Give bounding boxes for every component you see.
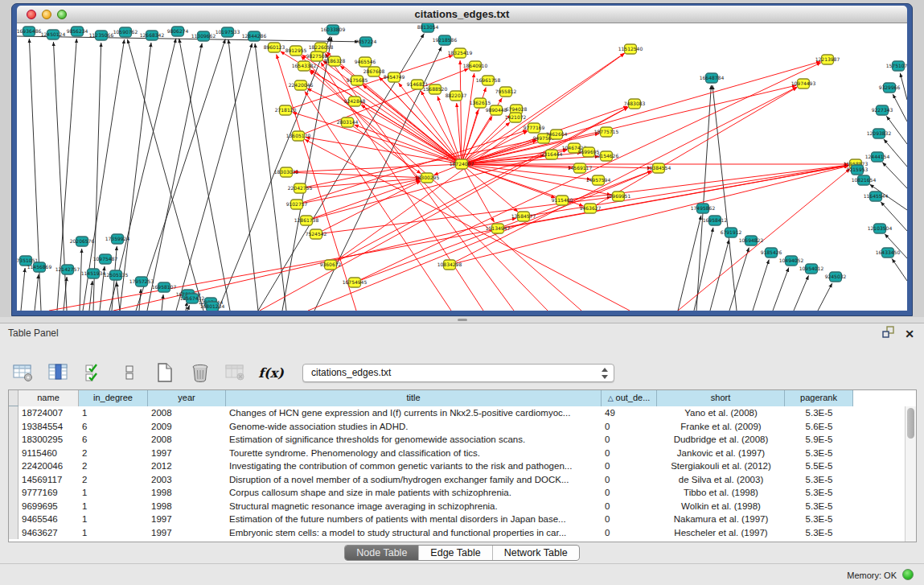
graph-node[interactable]: 7483083 [624,99,646,109]
table-row[interactable]: 1456911722003Disruption of a novel membe… [9,473,905,487]
graph-node[interactable]: 8822037 [446,91,467,101]
graph-node[interactable]: 2803144 [337,117,359,127]
graph-node[interactable]: 10969951 [606,192,631,201]
close-window-button[interactable] [27,10,36,19]
float-panel-icon[interactable] [882,326,895,341]
graph-node[interactable]: 12505135 [104,270,129,280]
table-settings-button[interactable] [11,360,35,385]
window-titlebar[interactable]: citations_edges.txt [17,6,907,23]
graph-node[interactable]: 12444154 [865,152,890,162]
graph-node[interactable]: 15751074 [886,61,907,71]
table-row[interactable]: 1938455462009Genome-wide association stu… [9,420,905,434]
graph-node[interactable]: 2867608 [363,67,385,76]
graph-node[interactable]: 14957594 [586,175,611,185]
graph-node[interactable]: 10197533 [216,27,240,37]
graph-node[interactable]: 16958412 [703,216,728,225]
graph-node[interactable]: 16033809 [321,25,346,35]
column-header-in_degree[interactable]: in_degree [79,390,148,406]
graph-node[interactable]: 9115460 [552,196,573,205]
table-row[interactable]: 946554611997Estimation of the future num… [9,513,905,526]
minimize-window-button[interactable] [42,10,51,19]
graph-node[interactable]: 10974493 [791,79,816,89]
graph-node[interactable]: 16958107 [152,282,177,292]
graph-node[interactable]: 9856234 [67,27,88,36]
graph-node[interactable]: 12093832 [867,129,892,138]
graph-node[interactable]: 11235066 [89,31,114,40]
graph-node[interactable]: 9465546 [355,57,376,67]
graph-node[interactable]: 9242848 [344,97,366,106]
table-row[interactable]: 977716911998Corpus callosum shape and si… [9,486,905,500]
graph-node[interactable]: 6791912 [721,228,742,237]
network-view-canvas[interactable]: 1872400789601238912955182260589827508165… [17,23,907,311]
create-column-button[interactable] [153,360,177,385]
graph-node[interactable]: 12213987 [815,55,840,64]
scrollbar-thumb[interactable] [907,408,914,439]
graph-node[interactable]: 17495862 [691,204,716,213]
table-row[interactable]: 1830029562008Estimation of significance … [9,433,905,447]
tab-node-table[interactable]: Node Table [345,546,419,560]
graph-node[interactable]: 14569117 [568,163,593,173]
split-pane-divider[interactable] [0,317,924,323]
graph-node[interactable]: 16801234 [200,302,225,311]
graph-node[interactable]: 16936486 [17,27,41,36]
table-row[interactable]: 2242004622012Investigating the contribut… [9,459,905,473]
graph-node[interactable]: 8186328 [324,56,346,66]
graph-node[interactable]: 10975487 [93,254,118,264]
table-row[interactable]: 969969511998Structural magnetic resonanc… [9,500,905,513]
graph-node[interactable]: 11451934 [81,269,106,278]
graph-node[interactable]: 18325419 [448,48,473,58]
delete-column-button[interactable] [188,360,212,385]
graph-node[interactable]: 9463627 [580,204,602,213]
graph-node[interactable]: 7524542 [306,229,327,239]
graph-node[interactable]: 9102757 [286,200,308,209]
graph-node[interactable]: 10694822 [739,236,764,245]
graph-node[interactable]: 9227343 [872,105,893,115]
graph-node[interactable]: 1421072 [505,113,527,122]
graph-node[interactable]: 13605170 [286,131,311,141]
graph-node[interactable]: 16961758 [476,76,501,85]
graph-node[interactable]: 16543382 [292,61,317,71]
graph-node[interactable]: 7857224 [355,37,377,47]
graph-node[interactable]: 16433450 [876,248,901,257]
tab-network-table[interactable]: Network Table [493,546,579,560]
row-height-button[interactable] [117,360,142,385]
graph-node[interactable]: 10494052 [779,256,804,266]
graph-node[interactable]: 7955812 [495,87,517,97]
column-header-year[interactable]: year [148,390,226,406]
graph-node[interactable]: 8813054 [417,23,439,32]
graph-node[interactable]: 10834298 [437,260,462,270]
column-header-short[interactable]: short [657,390,785,406]
table-scrollbar[interactable] [905,406,916,542]
graph-node[interactable]: 18303032 [274,167,299,177]
graph-node[interactable]: 10821654 [852,175,877,185]
graph-node[interactable]: 17957253 [129,277,154,286]
graph-node[interactable]: 20206576 [70,237,95,246]
graph-node[interactable]: 9890448 [486,105,507,115]
table-row[interactable]: 1872400712008Changes of HCN gene express… [9,406,905,420]
graph-node[interactable]: 9245032 [825,272,847,282]
graph-node[interactable]: 12103504 [868,224,893,233]
table-row[interactable]: 946362711997Embryonic stem cells: a mode… [9,526,905,540]
close-panel-icon[interactable]: ✕ [905,328,914,340]
tab-edge-table[interactable]: Edge Table [419,546,492,560]
toggle-column-visibility-button[interactable] [82,360,106,385]
graph-node[interactable]: 8960123 [264,43,285,52]
graph-node[interactable]: 9329966 [879,83,901,93]
graph-node[interactable]: 8454749 [384,72,405,82]
graph-node[interactable]: 18226058 [309,43,334,52]
column-header-name[interactable]: name [18,390,79,406]
column-header-out_de[interactable]: △out_de... [602,390,657,406]
graph-node[interactable]: 10590762 [113,27,138,37]
graph-node[interactable]: 11456869 [27,262,52,272]
graph-node[interactable]: 2316444 [541,150,563,159]
graph-node[interactable]: 16648784 [700,73,725,83]
graph-node[interactable]: 8912955 [285,46,307,56]
graph-node[interactable]: 19218586 [433,35,458,45]
graph-node[interactable]: 22042755 [288,183,313,193]
table-row[interactable]: 911546021997Tourette syndrome. Phenomeno… [9,447,905,460]
column-header-title[interactable]: title [226,390,602,406]
graph-node[interactable]: 8215953 [847,165,869,175]
function-builder-button[interactable]: f(x) [259,360,283,385]
graph-node[interactable]: 16754945 [343,278,368,287]
graph-node[interactable]: 10954012 [799,264,824,274]
